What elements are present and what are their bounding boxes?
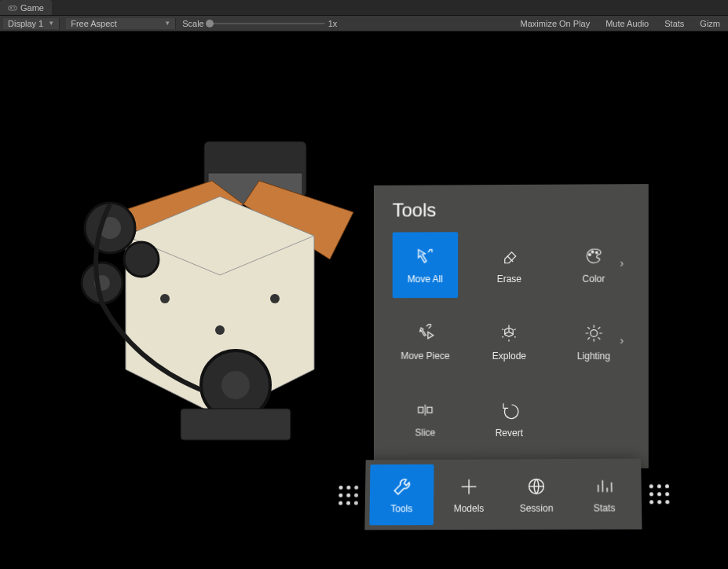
tool-revert[interactable]: Revert xyxy=(476,386,542,452)
tool-color[interactable]: Color › xyxy=(561,231,627,297)
tool-lighting[interactable]: Lighting › xyxy=(561,309,627,375)
display-label: Display 1 xyxy=(8,19,43,28)
chevron-right-icon: › xyxy=(620,257,624,270)
svg-point-15 xyxy=(588,254,591,256)
svg-rect-19 xyxy=(419,407,423,413)
wrench-icon xyxy=(390,475,414,499)
dock-item-session[interactable]: Session xyxy=(504,464,569,525)
dock-drag-handle-right[interactable] xyxy=(649,484,669,504)
dock-item-tools[interactable]: Tools xyxy=(369,464,434,526)
svg-rect-20 xyxy=(427,407,432,413)
tool-label: Revert xyxy=(496,428,523,439)
svg-point-16 xyxy=(591,251,594,253)
tool-label: Color xyxy=(582,273,605,284)
game-tab-label: Game xyxy=(20,3,44,13)
display-dropdown[interactable]: Display 1 ▼ xyxy=(3,18,60,29)
tools-panel-title: Tools xyxy=(393,198,630,221)
tool-move-piece[interactable]: Move Piece xyxy=(393,309,458,375)
svg-point-8 xyxy=(124,242,159,277)
svg-point-1 xyxy=(14,7,16,9)
maximize-on-play-button[interactable]: Maximize On Play xyxy=(516,19,595,28)
mute-audio-button[interactable]: Mute Audio xyxy=(601,19,653,28)
erase-icon xyxy=(498,245,520,267)
dock-item-label: Stats xyxy=(594,502,616,513)
tool-move-all[interactable]: Move All xyxy=(393,232,458,298)
gamepad-icon xyxy=(8,4,17,12)
dock-bar: Tools Models Session Stats xyxy=(338,458,669,530)
game-tab[interactable]: Game xyxy=(0,0,52,15)
tool-label: Lighting xyxy=(577,351,610,362)
svg-point-13 xyxy=(270,294,280,303)
svg-rect-0 xyxy=(9,6,17,9)
globe-icon xyxy=(525,475,548,498)
move-piece-icon xyxy=(415,322,437,344)
dock-body: Tools Models Session Stats xyxy=(364,459,642,530)
dock-drag-handle-left[interactable] xyxy=(338,485,357,505)
move-all-icon xyxy=(415,245,437,267)
game-viewport[interactable]: Tools Move All Erase Color › xyxy=(0,31,728,569)
editor-tab-bar: Game xyxy=(0,0,728,16)
explode-icon xyxy=(498,322,520,344)
scale-slider[interactable] xyxy=(207,23,325,24)
chevron-right-icon: › xyxy=(620,334,624,347)
revert-icon xyxy=(498,399,520,421)
scale-label: Scale xyxy=(182,19,204,28)
svg-point-18 xyxy=(591,330,598,337)
stats-toggle-button[interactable]: Stats xyxy=(660,19,689,28)
dock-item-label: Models xyxy=(454,503,485,514)
tool-label: Move All xyxy=(408,273,443,284)
dock-item-label: Session xyxy=(520,503,554,514)
tool-label: Slice xyxy=(415,428,435,439)
gizmos-button[interactable]: Gizm xyxy=(695,19,725,28)
stats-icon xyxy=(592,475,616,498)
svg-rect-11 xyxy=(181,409,291,440)
color-icon xyxy=(583,245,605,267)
svg-point-14 xyxy=(215,325,225,335)
slider-thumb[interactable] xyxy=(206,20,214,28)
tool-explode[interactable]: Explode xyxy=(476,309,542,375)
tool-slice[interactable]: Slice xyxy=(393,386,458,452)
tool-label: Move Piece xyxy=(401,351,449,362)
engine-3d-model[interactable] xyxy=(55,126,385,456)
svg-point-10 xyxy=(221,371,250,399)
svg-point-12 xyxy=(160,294,170,303)
chevron-down-icon: ▼ xyxy=(164,20,170,27)
aspect-dropdown[interactable]: Free Aspect ▼ xyxy=(66,18,176,29)
editor-control-bar: Display 1 ▼ Free Aspect ▼ Scale 1x Maxim… xyxy=(0,16,728,31)
dock-item-stats[interactable]: Stats xyxy=(572,464,637,525)
scale-control: Scale 1x xyxy=(182,19,337,28)
tool-label: Erase xyxy=(497,273,521,284)
plus-icon xyxy=(457,475,481,498)
tools-grid: Move All Erase Color › Move Piece xyxy=(393,231,630,452)
svg-point-17 xyxy=(595,251,598,254)
slice-icon xyxy=(415,399,437,421)
chevron-down-icon: ▼ xyxy=(48,20,54,27)
lighting-icon xyxy=(583,322,605,344)
dock-item-models[interactable]: Models xyxy=(437,464,501,525)
dock-item-label: Tools xyxy=(390,503,412,514)
aspect-label: Free Aspect xyxy=(71,19,117,28)
tools-panel: Tools Move All Erase Color › xyxy=(374,184,649,468)
tool-label: Explode xyxy=(492,351,526,362)
scale-value: 1x xyxy=(328,19,338,28)
tool-erase[interactable]: Erase xyxy=(476,232,542,298)
